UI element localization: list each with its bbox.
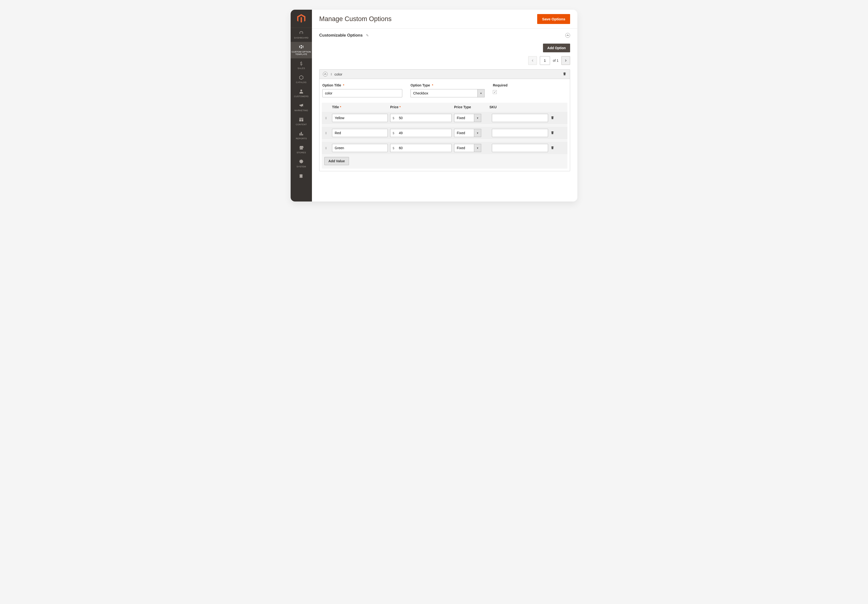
col-title: Title * xyxy=(332,105,390,109)
nav-stores[interactable]: STORES xyxy=(291,142,312,157)
drag-handle-icon[interactable]: ⁞⁞ xyxy=(325,116,330,120)
nav-content[interactable]: CONTENT xyxy=(291,115,312,129)
nav-label: STORES xyxy=(297,151,306,154)
drag-handle-icon[interactable]: ⁞⁞ xyxy=(330,73,332,76)
trash-icon xyxy=(550,131,554,135)
trash-icon xyxy=(550,116,554,120)
value-sku-input[interactable] xyxy=(492,129,548,137)
nav-marketing[interactable]: MARKETING xyxy=(291,101,312,115)
values-table-header: Title * Price * Price Type SKU xyxy=(322,103,567,112)
chevron-right-icon xyxy=(564,59,567,62)
delete-value-button[interactable] xyxy=(550,116,555,120)
select-value: Checkbox xyxy=(411,89,477,98)
caret-down-icon: ▼ xyxy=(474,144,481,152)
delete-value-button[interactable] xyxy=(550,146,555,150)
logo[interactable] xyxy=(291,10,312,28)
nav-label: REPORTS xyxy=(296,137,307,140)
select-value: Fixed xyxy=(454,144,474,152)
currency-prefix: $ xyxy=(390,114,397,122)
add-option-button[interactable]: Add Option xyxy=(543,43,570,52)
option-type-label: Option Type * xyxy=(411,83,485,87)
value-price-type-select[interactable]: Fixed ▼ xyxy=(454,129,481,137)
option-title-input[interactable] xyxy=(322,89,402,98)
dollar-icon xyxy=(299,61,304,66)
box-icon xyxy=(299,75,304,80)
page-header: Manage Custom Options Save Options xyxy=(312,10,577,29)
megaphone-icon xyxy=(299,103,304,108)
nav-system[interactable]: SYSTEM xyxy=(291,157,312,171)
collapse-section-toggle[interactable] xyxy=(565,33,570,38)
nav-label: CUSTOM OPTION TEMPLATE xyxy=(291,51,311,56)
chevron-left-icon xyxy=(532,59,534,62)
section-header: Customizable Options ✎ xyxy=(319,33,570,38)
pager: of 1 xyxy=(319,56,570,65)
pager-of-label: of 1 xyxy=(553,59,558,62)
option-body: Option Title * Option Type * Checkbox ▼ … xyxy=(319,79,570,171)
option-display-name: color xyxy=(335,72,560,76)
nav-dashboard[interactable]: DASHBOARD xyxy=(291,28,312,42)
magento-logo-icon xyxy=(297,14,305,23)
option-type-select[interactable]: Checkbox ▼ xyxy=(411,89,485,98)
pager-next-button[interactable] xyxy=(561,56,570,65)
value-price-type-select[interactable]: Fixed ▼ xyxy=(454,144,481,152)
value-price-type-select[interactable]: Fixed ▼ xyxy=(454,114,481,122)
gear-icon xyxy=(299,159,304,164)
nav-catalog[interactable]: CATALOG xyxy=(291,73,312,87)
value-row: ⁞⁞ $ Fixed ▼ xyxy=(322,142,567,154)
collapse-option-toggle[interactable] xyxy=(323,72,328,76)
drag-handle-icon[interactable]: ⁞⁞ xyxy=(325,146,330,150)
value-price-input[interactable] xyxy=(397,114,452,122)
drag-handle-icon[interactable]: ⁞⁞ xyxy=(325,131,330,135)
value-row: ⁞⁞ $ Fixed ▼ xyxy=(322,112,567,124)
value-title-input[interactable] xyxy=(332,144,388,152)
nav-label: DASHBOARD xyxy=(294,37,308,39)
nav-label: MARKETING xyxy=(294,109,308,112)
nav-label: CATALOG xyxy=(296,81,307,84)
main-content: Manage Custom Options Save Options Custo… xyxy=(312,10,577,201)
value-price-input[interactable] xyxy=(397,144,452,152)
nav-label: CUSTOMERS xyxy=(294,95,308,98)
nav-reports[interactable]: REPORTS xyxy=(291,129,312,142)
option-type-field: Option Type * Checkbox ▼ xyxy=(411,83,485,98)
caret-down-icon: ▼ xyxy=(474,129,481,137)
template-icon xyxy=(299,44,304,50)
nav-sales[interactable]: SALES xyxy=(291,58,312,73)
delete-option-button[interactable] xyxy=(563,72,566,76)
value-title-input[interactable] xyxy=(332,114,388,122)
col-sku: SKU xyxy=(490,105,548,109)
nav-custom-option-template[interactable]: CUSTOM OPTION TEMPLATE xyxy=(291,42,312,58)
page-title: Manage Custom Options xyxy=(319,15,392,23)
chevron-up-icon xyxy=(566,34,569,37)
pager-page-input[interactable] xyxy=(540,56,550,65)
chevron-up-icon xyxy=(324,73,327,75)
value-row: ⁞⁞ $ Fixed ▼ xyxy=(322,127,567,139)
person-icon xyxy=(299,89,304,94)
value-title-input[interactable] xyxy=(332,129,388,137)
value-sku-input[interactable] xyxy=(492,144,548,152)
option-card: ⁞⁞ color Option Title * Option Type * xyxy=(319,69,570,171)
store-icon xyxy=(299,145,304,150)
add-value-button[interactable]: Add Value xyxy=(324,157,349,165)
puzzle-icon xyxy=(299,173,304,178)
pager-prev-button[interactable] xyxy=(528,56,537,65)
currency-prefix: $ xyxy=(390,129,397,137)
app-window: DASHBOARD CUSTOM OPTION TEMPLATE SALES C… xyxy=(291,10,577,201)
currency-prefix: $ xyxy=(390,144,397,152)
required-field: Required ✓ xyxy=(493,83,508,98)
delete-value-button[interactable] xyxy=(550,131,555,135)
value-sku-input[interactable] xyxy=(492,114,548,122)
value-price-input[interactable] xyxy=(397,129,452,137)
required-checkbox[interactable]: ✓ xyxy=(493,90,497,94)
select-value: Fixed xyxy=(454,114,474,122)
save-options-button[interactable]: Save Options xyxy=(537,14,570,24)
layout-icon xyxy=(299,117,304,122)
nav-customers[interactable]: CUSTOMERS xyxy=(291,87,312,101)
caret-down-icon: ▼ xyxy=(474,114,481,122)
nav-extra[interactable] xyxy=(291,171,312,178)
customizable-options-section: Customizable Options ✎ Add Option of 1 xyxy=(312,29,577,173)
bar-chart-icon xyxy=(299,131,304,136)
caret-down-icon: ▼ xyxy=(477,89,485,98)
required-label: Required xyxy=(493,83,508,87)
section-title: Customizable Options xyxy=(319,33,363,38)
pencil-icon[interactable]: ✎ xyxy=(366,33,369,37)
